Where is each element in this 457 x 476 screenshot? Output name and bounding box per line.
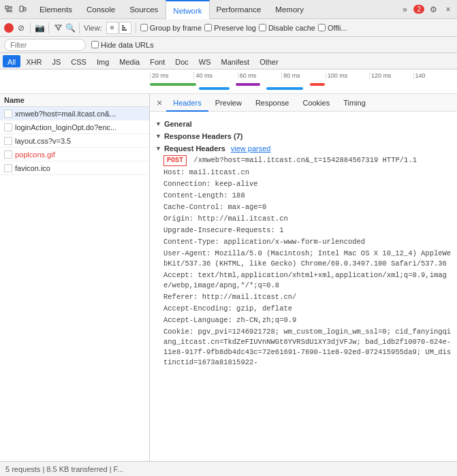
status-bar: 5 requests | 8.5 KB transferred | F... xyxy=(0,461,457,476)
timeline-bar-js xyxy=(236,83,260,86)
filter-icon[interactable] xyxy=(53,23,63,33)
header-row-4: Origin: http://mail.itcast.cn xyxy=(155,213,452,225)
header-row-0: Host: mail.itcast.cn xyxy=(155,167,452,178)
preserve-log-checkbox[interactable]: Preserve log xyxy=(204,24,256,32)
svg-rect-6 xyxy=(24,7,26,11)
tab-memory[interactable]: Memory xyxy=(268,0,311,19)
file-icon-2 xyxy=(4,137,12,145)
type-filter-xhr[interactable]: XHR xyxy=(21,55,46,67)
type-filter-media[interactable]: Media xyxy=(114,55,144,67)
timeline-tick-0: 20 ms xyxy=(150,72,193,79)
detail-tabs: × HeadersPreviewResponseCookiesTiming xyxy=(150,94,457,112)
tab-elements[interactable]: Elements xyxy=(33,0,80,19)
type-filter-bar: AllXHRJSCSSImgMediaFontDocWSManifestOthe… xyxy=(0,53,457,69)
svg-rect-7 xyxy=(122,25,124,27)
list-view-icon[interactable]: ≡ xyxy=(106,22,119,34)
detail-tab-timing[interactable]: Timing xyxy=(336,94,373,112)
file-icon-0 xyxy=(4,110,12,118)
detail-tab-headers[interactable]: Headers xyxy=(166,94,208,112)
type-filter-doc[interactable]: Doc xyxy=(170,55,193,67)
response-headers-section-header[interactable]: Response Headers (7) xyxy=(155,132,452,140)
svg-rect-9 xyxy=(122,29,127,31)
file-item-1[interactable]: loginAction_loginOpt.do?enc... xyxy=(0,121,149,134)
type-filter-other[interactable]: Other xyxy=(255,55,283,67)
stop-icon[interactable]: ⊘ xyxy=(16,23,26,33)
type-filter-font[interactable]: Font xyxy=(145,55,170,67)
main-area: Name xmweb?host=mail.itcast.cn&...loginA… xyxy=(0,94,457,461)
detail-tab-preview[interactable]: Preview xyxy=(208,94,249,112)
tab-sources[interactable]: Sources xyxy=(123,0,166,19)
tab-bar-left-icons xyxy=(3,3,29,16)
offline-checkbox[interactable]: Offli... xyxy=(318,24,347,32)
file-item-2[interactable]: layout.css?v=3.5 xyxy=(0,134,149,148)
device-icon[interactable] xyxy=(16,3,29,16)
group-by-frame-input[interactable] xyxy=(140,24,148,31)
type-filter-all[interactable]: All xyxy=(3,55,20,67)
offline-input[interactable] xyxy=(318,24,326,31)
detail-close-icon[interactable]: × xyxy=(153,94,166,112)
tab-network[interactable]: Network xyxy=(166,0,209,19)
file-icon-4 xyxy=(4,164,12,172)
tab-console[interactable]: Console xyxy=(80,0,123,19)
preserve-log-label: Preserve log xyxy=(214,24,256,32)
hide-data-urls-checkbox[interactable]: Hide data URLs xyxy=(91,41,154,49)
type-filter-img[interactable]: Img xyxy=(92,55,114,67)
view-icons: ≡ xyxy=(106,22,131,34)
settings-icon[interactable]: ⚙ xyxy=(427,3,439,16)
detail-tab-cookies[interactable]: Cookies xyxy=(296,94,336,112)
svg-rect-0 xyxy=(5,6,8,9)
request-headers-section-header[interactable]: Request Headers xyxy=(155,144,225,153)
filter-input[interactable] xyxy=(4,39,86,51)
file-item-4[interactable]: favicon.ico xyxy=(0,161,149,175)
timeline-bar-html xyxy=(150,83,196,86)
timeline-tick-1: 40 ms xyxy=(193,72,237,79)
toolbar-separator-2 xyxy=(48,22,49,33)
tab-performance[interactable]: Performance xyxy=(210,0,269,19)
timeline-tick-3: 80 ms xyxy=(281,72,325,79)
preserve-log-input[interactable] xyxy=(204,24,212,31)
type-filter-manifest[interactable]: Manifest xyxy=(217,55,255,67)
header-row-11: Accept-Language: zh-CN,zh;q=0.9 xyxy=(155,315,452,326)
header-row-3: Cache-Control: max-age=0 xyxy=(155,202,452,213)
record-button[interactable] xyxy=(4,23,14,33)
file-name-2: layout.css?v=3.5 xyxy=(15,137,71,145)
error-badge: 2 xyxy=(413,5,424,14)
camera-icon[interactable]: 📷 xyxy=(35,23,44,33)
timeline-bars xyxy=(150,82,457,91)
type-filter-js[interactable]: JS xyxy=(47,55,65,67)
disable-cache-input[interactable] xyxy=(259,24,266,31)
detail-content: GeneralResponse Headers (7)Request Heade… xyxy=(150,112,457,372)
file-item-3[interactable]: poplcons.gif xyxy=(0,148,149,161)
header-row-1: Connection: keep-alive xyxy=(155,178,452,190)
file-item-0[interactable]: xmweb?host=mail.itcast.cn&... xyxy=(0,107,149,121)
header-row-6: Content-Type: application/x-www-form-url… xyxy=(155,236,452,248)
header-row-2: Content-Length: 188 xyxy=(155,190,452,202)
waterfall-view-icon[interactable] xyxy=(119,22,131,34)
hide-data-urls-input[interactable] xyxy=(91,41,99,48)
group-by-frame-checkbox[interactable]: Group by frame xyxy=(140,24,202,32)
timeline-tick-4: 100 ms xyxy=(326,72,369,79)
status-text: 5 requests | 8.5 KB transferred | F... xyxy=(5,465,123,473)
file-name-0: xmweb?host=mail.itcast.cn&... xyxy=(15,110,116,118)
toolbar-separator-4 xyxy=(136,22,136,33)
timeline-tick-5: 120 ms xyxy=(369,72,413,79)
disable-cache-checkbox[interactable]: Disable cache xyxy=(259,24,315,32)
post-method-badge: POST xyxy=(163,155,187,166)
file-list: Name xmweb?host=mail.itcast.cn&...loginA… xyxy=(0,94,150,461)
details-panel: × HeadersPreviewResponseCookiesTiming Ge… xyxy=(150,94,457,461)
tab-bar: Elements Console Sources Network Perform… xyxy=(0,0,457,19)
type-filter-ws[interactable]: WS xyxy=(194,55,216,67)
file-icon-3 xyxy=(4,150,12,159)
file-icon-1 xyxy=(4,123,12,131)
inspect-icon[interactable] xyxy=(3,3,15,16)
close-devtools-icon[interactable]: × xyxy=(442,3,454,16)
general-section-header[interactable]: General xyxy=(155,120,452,128)
detail-tab-response[interactable]: Response xyxy=(249,94,296,112)
view-parsed-link[interactable]: view parsed xyxy=(231,144,271,153)
timeline-bar-img xyxy=(310,83,326,86)
type-filter-css[interactable]: CSS xyxy=(66,55,91,67)
search-icon[interactable]: 🔍 xyxy=(65,23,75,33)
tab-bar-right: » 2 ⚙ × xyxy=(398,3,454,16)
more-tabs-icon[interactable]: » xyxy=(398,3,411,16)
toolbar: ⊘ 📷 🔍 View: ≡ Group by frame Preserve lo… xyxy=(0,19,457,37)
